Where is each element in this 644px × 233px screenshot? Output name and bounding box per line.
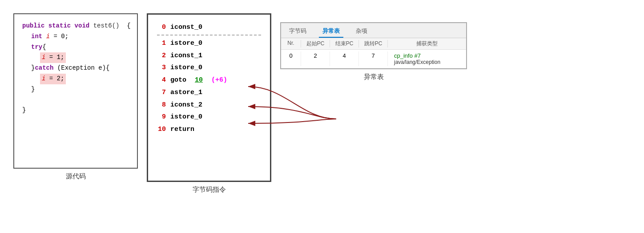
capture-type-link: cp_info #7 [390, 52, 464, 59]
source-code-label: 源代码 [66, 172, 86, 181]
cell-capture-type: cp_info #7 java/lang/Exception [388, 51, 466, 66]
col-header-start: 起始PC [301, 40, 330, 47]
col-header-end: 结束PC [330, 40, 359, 47]
cell-end-pc: 4 [330, 51, 359, 66]
exception-header-row: Nr. 起始PC 结束PC 跳转PC 捕获类型 [281, 38, 466, 50]
exception-table-section: 字节码 异常表 杂项 Nr. 起始PC [280, 9, 467, 81]
bc-line-2: 2 iconst_1 [157, 50, 261, 62]
code-line-3: i = 1; [22, 52, 129, 63]
code-line-5: i = 2; [22, 74, 129, 84]
tab-exception[interactable]: 异常表 [319, 25, 343, 38]
source-code-section: public static void test6() { int i = 0; … [13, 9, 138, 181]
bc-line-4: 4 goto 10 (+6) [157, 74, 261, 87]
bc-line-3: 3 istore_0 [157, 62, 261, 74]
col-header-type: 捕获类型 [388, 40, 466, 47]
code-line-1: int i = 0; [22, 32, 129, 42]
bc-line-0: 0 iconst_0 [157, 21, 261, 34]
cell-nr: 0 [281, 51, 301, 66]
bc-line-1: 1 istore_0 [157, 37, 261, 50]
code-line-4: }catch (Exception e){ [22, 63, 129, 74]
tab-bytecode[interactable]: 字节码 [286, 25, 310, 38]
bytecode-label: 字节码指令 [193, 186, 226, 194]
capture-type-sub: java/lang/Exception [390, 59, 464, 65]
bc-line-8: 8 iconst_2 [157, 99, 261, 111]
cell-jump-pc: 7 [359, 51, 388, 66]
bc-line-10: 10 return [157, 123, 261, 136]
bc-dashed-line [157, 35, 261, 36]
code-line-7: } [22, 105, 129, 116]
exception-table-label: 异常表 [364, 73, 384, 81]
col-header-nr: Nr. [281, 40, 301, 47]
bc-line-7: 7 astore_1 [157, 87, 261, 99]
bc-line-9: 9 istore_0 [157, 111, 261, 123]
tab-misc[interactable]: 杂项 [352, 25, 371, 38]
bytecode-box: 0 iconst_0 1 istore_0 2 iconst_1 3 istor… [147, 13, 271, 182]
code-line-6: } [22, 84, 129, 95]
source-code-box: public static void test6() { int i = 0; … [13, 13, 138, 169]
col-header-jump: 跳转PC [359, 40, 388, 47]
exception-tabs: 字节码 异常表 杂项 [281, 23, 466, 38]
exception-table-box: 字节码 异常表 杂项 Nr. 起始PC [280, 22, 467, 69]
code-line-0: public static void test6() { [22, 21, 129, 32]
cell-start-pc: 2 [301, 51, 330, 66]
exception-data-row-0: 0 2 4 7 cp_info #7 java/lang/Exception [281, 50, 466, 68]
code-line-2: try{ [22, 42, 129, 53]
bytecode-section: 0 iconst_0 1 istore_0 2 iconst_1 3 istor… [147, 9, 271, 194]
